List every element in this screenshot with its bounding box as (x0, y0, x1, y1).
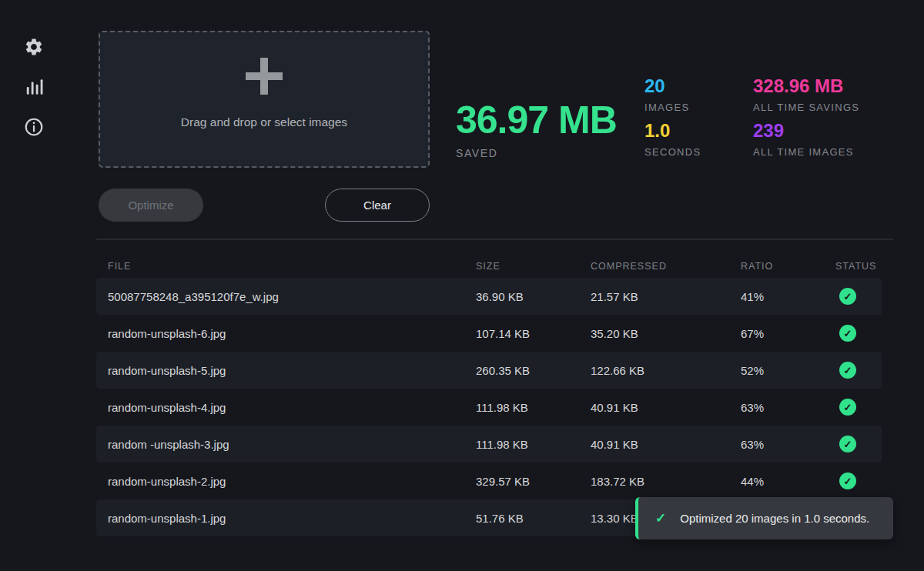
cell-size: 111.98 KB (476, 438, 591, 451)
sidebar-info-button[interactable] (24, 117, 44, 137)
cell-file: random-unsplash-4.jpg (108, 401, 476, 414)
table-row: random-unsplash-4.jpg 111.98 KB 40.91 KB… (96, 389, 882, 426)
table-row: random-unsplash-6.jpg 107.14 KB 35.20 KB… (96, 315, 882, 352)
sidebar-stats-button[interactable] (24, 77, 44, 97)
column-header-size: SIZE (476, 261, 591, 272)
images-stat: 20 IMAGES (644, 77, 689, 113)
status-check-icon: ✓ (839, 472, 856, 489)
saved-value: 36.97 MB (456, 101, 617, 139)
alltime-savings-stat: 328.96 MB ALL TIME SAVINGS (753, 77, 859, 113)
cell-ratio: 63% (741, 438, 835, 451)
cell-file: random -unsplash-3.jpg (108, 438, 476, 451)
dropzone-label: Drag and drop or select images (181, 115, 347, 129)
cell-compressed: 183.72 KB (591, 475, 741, 488)
bar-chart-icon (24, 77, 44, 97)
saved-label: SAVED (456, 147, 617, 159)
cell-compressed: 35.20 KB (591, 327, 741, 340)
saved-stat: 36.97 MB SAVED (456, 101, 617, 159)
cell-size: 36.90 KB (476, 290, 591, 303)
toast-message: Optimized 20 images in 1.0 seconds. (680, 512, 869, 525)
plus-icon (246, 58, 283, 95)
column-header-ratio: RATIO (741, 261, 835, 272)
image-optimizer-app: Drag and drop or select images 36.97 MB … (0, 0, 924, 571)
table-row: 50087758248_a395120f7e_w.jpg 36.90 KB 21… (96, 278, 882, 315)
cell-compressed: 122.66 KB (591, 364, 741, 377)
cell-file: 50087758248_a395120f7e_w.jpg (108, 290, 476, 303)
status-check-icon: ✓ (839, 362, 856, 379)
sidebar (0, 0, 71, 571)
cell-file: random-unsplash-1.jpg (108, 512, 476, 525)
check-icon: ✓ (655, 510, 666, 526)
alltime-images-label: ALL TIME IMAGES (753, 146, 854, 158)
cell-ratio: 41% (741, 290, 835, 303)
alltime-images-value: 239 (753, 122, 854, 140)
seconds-label: SECONDS (644, 146, 701, 158)
table-row: random-unsplash-5.jpg 260.35 KB 122.66 K… (96, 352, 882, 389)
table-row: random -unsplash-3.jpg 111.98 KB 40.91 K… (96, 426, 882, 462)
status-check-icon: ✓ (839, 436, 856, 452)
results-table: FILE SIZE COMPRESSED RATIO STATUS 500877… (96, 254, 882, 536)
cell-size: 51.76 KB (476, 512, 591, 525)
column-header-compressed: COMPRESSED (591, 261, 741, 272)
cell-ratio: 67% (741, 327, 835, 340)
status-check-icon: ✓ (839, 288, 856, 305)
cell-file: random-unsplash-5.jpg (108, 364, 476, 377)
cell-ratio: 44% (741, 475, 835, 488)
dropzone[interactable]: Drag and drop or select images (99, 31, 430, 168)
cell-size: 329.57 KB (476, 475, 591, 488)
images-label: IMAGES (644, 102, 689, 113)
cell-compressed: 40.91 KB (591, 438, 741, 451)
cell-file: random-unsplash-2.jpg (108, 475, 476, 488)
cell-size: 260.35 KB (476, 364, 591, 377)
alltime-images-stat: 239 ALL TIME IMAGES (753, 122, 854, 158)
cell-file: random-unsplash-6.jpg (108, 327, 476, 340)
cell-size: 111.98 KB (476, 401, 591, 414)
column-header-file: FILE (108, 261, 476, 272)
info-icon (24, 117, 44, 137)
status-check-icon: ✓ (839, 325, 856, 342)
sidebar-settings-button[interactable] (24, 37, 44, 57)
clear-button[interactable]: Clear (325, 189, 430, 222)
toast-notification: ✓ Optimized 20 images in 1.0 seconds. (635, 497, 893, 539)
column-header-status: STATUS (835, 261, 882, 272)
images-value: 20 (644, 77, 689, 95)
cell-compressed: 40.91 KB (591, 401, 741, 414)
cell-ratio: 52% (741, 364, 835, 377)
table-row: random-unsplash-2.jpg 329.57 KB 183.72 K… (96, 462, 882, 499)
seconds-value: 1.0 (644, 122, 701, 140)
alltime-savings-value: 328.96 MB (753, 77, 859, 95)
gear-icon (24, 37, 44, 57)
table-header: FILE SIZE COMPRESSED RATIO STATUS (96, 254, 882, 278)
content-divider (96, 239, 893, 240)
alltime-savings-label: ALL TIME SAVINGS (753, 102, 859, 113)
cell-ratio: 63% (741, 401, 835, 414)
cell-size: 107.14 KB (476, 327, 591, 340)
optimize-button[interactable]: Optimize (99, 189, 203, 222)
status-check-icon: ✓ (839, 399, 856, 416)
seconds-stat: 1.0 SECONDS (644, 122, 701, 158)
cell-compressed: 21.57 KB (591, 290, 741, 303)
